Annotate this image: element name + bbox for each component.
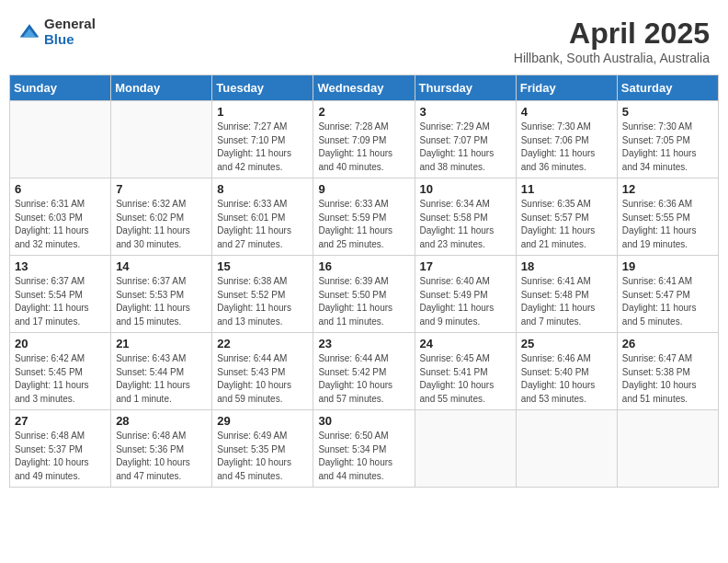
- calendar-day-cell: [111, 101, 212, 178]
- day-sun-info: Sunrise: 6:41 AMSunset: 5:47 PMDaylight:…: [622, 275, 713, 328]
- day-of-week-header: Saturday: [617, 75, 718, 101]
- day-number: 27: [15, 414, 106, 428]
- day-number: 7: [116, 182, 207, 196]
- day-sun-info: Sunrise: 6:45 AMSunset: 5:41 PMDaylight:…: [420, 352, 511, 406]
- calendar-day-cell: 26Sunrise: 6:47 AMSunset: 5:38 PMDayligh…: [617, 333, 718, 410]
- day-number: 26: [622, 337, 713, 350]
- day-sun-info: Sunrise: 6:47 AMSunset: 5:38 PMDaylight:…: [622, 352, 713, 406]
- calendar-day-cell: 13Sunrise: 6:37 AMSunset: 5:54 PMDayligh…: [10, 256, 111, 333]
- calendar-title: April 2025: [514, 17, 710, 51]
- calendar-day-cell: 6Sunrise: 6:31 AMSunset: 6:03 PMDaylight…: [10, 178, 111, 256]
- day-number: 22: [217, 337, 308, 350]
- day-number: 3: [420, 105, 511, 119]
- day-sun-info: Sunrise: 7:29 AMSunset: 7:07 PMDaylight:…: [420, 121, 511, 174]
- calendar-day-cell: 30Sunrise: 6:50 AMSunset: 5:34 PMDayligh…: [313, 410, 415, 488]
- calendar-day-cell: 28Sunrise: 6:48 AMSunset: 5:36 PMDayligh…: [111, 410, 212, 488]
- day-of-week-header: Wednesday: [313, 75, 415, 101]
- title-block: April 2025 Hillbank, South Australia, Au…: [514, 17, 710, 65]
- day-number: 29: [217, 414, 308, 428]
- calendar-day-cell: 19Sunrise: 6:41 AMSunset: 5:47 PMDayligh…: [617, 256, 718, 333]
- day-number: 13: [15, 259, 106, 273]
- day-number: 24: [420, 337, 511, 350]
- day-number: 11: [521, 182, 612, 196]
- calendar-week-row: 6Sunrise: 6:31 AMSunset: 6:03 PMDaylight…: [10, 178, 719, 256]
- logo-blue: Blue: [44, 32, 96, 48]
- day-sun-info: Sunrise: 6:48 AMSunset: 5:37 PMDaylight:…: [15, 430, 106, 483]
- day-number: 23: [318, 337, 409, 350]
- day-number: 25: [521, 337, 612, 350]
- day-sun-info: Sunrise: 6:34 AMSunset: 5:58 PMDaylight:…: [420, 198, 511, 251]
- logo-general: General: [44, 17, 96, 32]
- calendar-day-cell: 15Sunrise: 6:38 AMSunset: 5:52 PMDayligh…: [212, 256, 313, 333]
- day-sun-info: Sunrise: 6:36 AMSunset: 5:55 PMDaylight:…: [622, 198, 713, 251]
- day-number: 20: [15, 337, 106, 350]
- calendar-week-row: 1Sunrise: 7:27 AMSunset: 7:10 PMDaylight…: [10, 101, 719, 178]
- calendar-week-row: 13Sunrise: 6:37 AMSunset: 5:54 PMDayligh…: [10, 256, 719, 333]
- day-sun-info: Sunrise: 6:42 AMSunset: 5:45 PMDaylight:…: [15, 352, 106, 406]
- calendar-day-cell: 21Sunrise: 6:43 AMSunset: 5:44 PMDayligh…: [111, 333, 212, 410]
- calendar-day-cell: 23Sunrise: 6:44 AMSunset: 5:42 PMDayligh…: [313, 333, 415, 410]
- day-number: 1: [217, 105, 308, 119]
- day-sun-info: Sunrise: 7:30 AMSunset: 7:05 PMDaylight:…: [622, 121, 713, 174]
- calendar-day-cell: 3Sunrise: 7:29 AMSunset: 7:07 PMDaylight…: [415, 101, 516, 178]
- day-number: 10: [420, 182, 511, 196]
- day-of-week-header: Tuesday: [212, 75, 313, 101]
- day-number: 15: [217, 259, 308, 273]
- calendar-day-cell: 25Sunrise: 6:46 AMSunset: 5:40 PMDayligh…: [516, 333, 617, 410]
- calendar-day-cell: [10, 101, 111, 178]
- calendar-day-cell: [617, 410, 718, 488]
- calendar-day-cell: 5Sunrise: 7:30 AMSunset: 7:05 PMDaylight…: [617, 101, 718, 178]
- day-of-week-header: Sunday: [10, 75, 111, 101]
- day-sun-info: Sunrise: 6:37 AMSunset: 5:53 PMDaylight:…: [116, 275, 207, 328]
- day-number: 9: [318, 182, 409, 196]
- page-header: General Blue April 2025 Hillbank, South …: [9, 9, 719, 69]
- calendar-day-cell: 8Sunrise: 6:33 AMSunset: 6:01 PMDaylight…: [212, 178, 313, 256]
- calendar-day-cell: 7Sunrise: 6:32 AMSunset: 6:02 PMDaylight…: [111, 178, 212, 256]
- calendar-day-cell: 20Sunrise: 6:42 AMSunset: 5:45 PMDayligh…: [10, 333, 111, 410]
- day-number: 8: [217, 182, 308, 196]
- calendar-day-cell: 27Sunrise: 6:48 AMSunset: 5:37 PMDayligh…: [10, 410, 111, 488]
- calendar-day-cell: 17Sunrise: 6:40 AMSunset: 5:49 PMDayligh…: [415, 256, 516, 333]
- logo-icon: [18, 21, 40, 43]
- day-number: 12: [622, 182, 713, 196]
- day-sun-info: Sunrise: 7:27 AMSunset: 7:10 PMDaylight:…: [217, 121, 308, 174]
- day-number: 30: [318, 414, 409, 428]
- day-sun-info: Sunrise: 6:39 AMSunset: 5:50 PMDaylight:…: [318, 275, 409, 328]
- logo: General Blue: [18, 17, 96, 47]
- day-sun-info: Sunrise: 7:30 AMSunset: 7:06 PMDaylight:…: [521, 121, 612, 174]
- calendar-day-cell: [415, 410, 516, 488]
- day-number: 18: [521, 259, 612, 273]
- day-sun-info: Sunrise: 6:31 AMSunset: 6:03 PMDaylight:…: [15, 198, 106, 251]
- day-sun-info: Sunrise: 7:28 AMSunset: 7:09 PMDaylight:…: [318, 121, 409, 174]
- day-number: 6: [15, 182, 106, 196]
- calendar-day-cell: [516, 410, 617, 488]
- day-sun-info: Sunrise: 6:35 AMSunset: 5:57 PMDaylight:…: [521, 198, 612, 251]
- calendar-day-cell: 18Sunrise: 6:41 AMSunset: 5:48 PMDayligh…: [516, 256, 617, 333]
- day-number: 21: [116, 337, 207, 350]
- calendar-day-cell: 10Sunrise: 6:34 AMSunset: 5:58 PMDayligh…: [415, 178, 516, 256]
- calendar-day-cell: 22Sunrise: 6:44 AMSunset: 5:43 PMDayligh…: [212, 333, 313, 410]
- day-number: 28: [116, 414, 207, 428]
- calendar-day-cell: 12Sunrise: 6:36 AMSunset: 5:55 PMDayligh…: [617, 178, 718, 256]
- day-of-week-header: Thursday: [415, 75, 516, 101]
- day-of-week-header: Friday: [516, 75, 617, 101]
- calendar-day-cell: 9Sunrise: 6:33 AMSunset: 5:59 PMDaylight…: [313, 178, 415, 256]
- day-sun-info: Sunrise: 6:44 AMSunset: 5:43 PMDaylight:…: [217, 352, 308, 406]
- calendar-day-cell: 16Sunrise: 6:39 AMSunset: 5:50 PMDayligh…: [313, 256, 415, 333]
- day-sun-info: Sunrise: 6:33 AMSunset: 5:59 PMDaylight:…: [318, 198, 409, 251]
- day-sun-info: Sunrise: 6:43 AMSunset: 5:44 PMDaylight:…: [116, 352, 207, 406]
- day-sun-info: Sunrise: 6:49 AMSunset: 5:35 PMDaylight:…: [217, 430, 308, 483]
- day-sun-info: Sunrise: 6:46 AMSunset: 5:40 PMDaylight:…: [521, 352, 612, 406]
- day-sun-info: Sunrise: 6:48 AMSunset: 5:36 PMDaylight:…: [116, 430, 207, 483]
- calendar-location: Hillbank, South Australia, Australia: [514, 51, 710, 65]
- calendar-day-cell: 14Sunrise: 6:37 AMSunset: 5:53 PMDayligh…: [111, 256, 212, 333]
- day-sun-info: Sunrise: 6:50 AMSunset: 5:34 PMDaylight:…: [318, 430, 409, 483]
- calendar-day-cell: 29Sunrise: 6:49 AMSunset: 5:35 PMDayligh…: [212, 410, 313, 488]
- calendar-table: SundayMondayTuesdayWednesdayThursdayFrid…: [9, 75, 719, 488]
- calendar-day-cell: 4Sunrise: 7:30 AMSunset: 7:06 PMDaylight…: [516, 101, 617, 178]
- day-number: 16: [318, 259, 409, 273]
- day-sun-info: Sunrise: 6:32 AMSunset: 6:02 PMDaylight:…: [116, 198, 207, 251]
- calendar-day-cell: 2Sunrise: 7:28 AMSunset: 7:09 PMDaylight…: [313, 101, 415, 178]
- day-number: 14: [116, 259, 207, 273]
- day-number: 2: [318, 105, 409, 119]
